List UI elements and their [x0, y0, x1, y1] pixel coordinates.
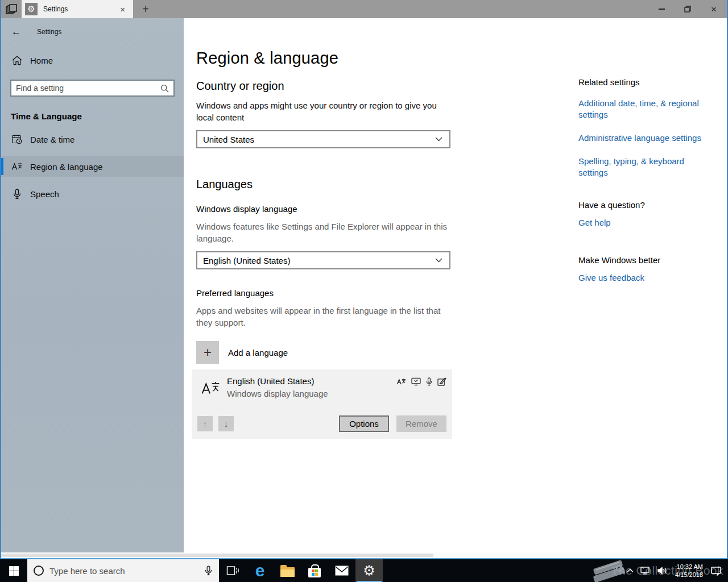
- close-button[interactable]: ×: [701, 0, 727, 18]
- page-title: Region & language: [196, 49, 452, 68]
- mail-icon: [335, 566, 349, 576]
- plus-icon: +: [196, 341, 219, 364]
- new-tab-button[interactable]: +: [133, 0, 158, 18]
- sidebar-item-speech[interactable]: Speech: [1, 184, 184, 204]
- main-content: Region & language Country or region Wind…: [184, 18, 727, 552]
- make-windows-better-heading: Make Windows better: [578, 255, 712, 265]
- home-icon: [11, 56, 23, 65]
- country-description: Windows and apps might use your country …: [196, 99, 449, 123]
- settings-window: ⚙ Settings × + × ← Settings: [0, 0, 728, 559]
- preferred-languages-label: Preferred languages: [196, 288, 452, 298]
- settings-gear-icon: ⚙: [363, 563, 375, 578]
- sidebar-item-home[interactable]: Home: [1, 50, 184, 70]
- sidebar-item-date-time[interactable]: Date & time: [1, 129, 184, 149]
- display-language-label: Windows display language: [196, 204, 452, 214]
- language-icon: [201, 379, 220, 398]
- app-language-feature-icon: [411, 377, 421, 386]
- display-language-value: English (United States): [197, 256, 428, 265]
- settings-tab-gear-icon: ⚙: [25, 3, 38, 15]
- clock-time: 10:32 AM: [675, 563, 703, 571]
- file-explorer-icon: [280, 567, 295, 577]
- options-button[interactable]: Options: [339, 415, 389, 432]
- speech-feature-icon: [426, 377, 432, 386]
- related-settings-heading: Related settings: [578, 77, 712, 87]
- date-time-icon: [11, 134, 23, 144]
- tab-list-icon[interactable]: [1, 0, 22, 18]
- link-additional-date-time-regional[interactable]: Additional date, time, & regional settin…: [578, 98, 712, 120]
- arrow-up-icon: ↑: [203, 419, 208, 429]
- taskbar-settings-button[interactable]: ⚙: [355, 559, 383, 582]
- cortana-icon: [34, 566, 44, 576]
- windows-logo-icon: [9, 566, 19, 576]
- task-view-icon: [226, 565, 239, 576]
- titlebar: ⚙ Settings × + ×: [1, 0, 727, 18]
- chevron-down-icon: [428, 258, 449, 263]
- chevron-down-icon: [428, 137, 449, 142]
- sidebar-app-title: Settings: [37, 28, 61, 36]
- taskbar-search-input[interactable]: [49, 566, 198, 576]
- horizontal-scrollbar[interactable]: [1, 552, 727, 558]
- tab-settings[interactable]: ⚙ Settings ×: [22, 0, 133, 18]
- restore-icon: [684, 6, 691, 13]
- task-view-button[interactable]: [219, 559, 246, 582]
- taskbar-search[interactable]: [27, 559, 219, 582]
- display-language-description: Windows features like Settings and File …: [196, 221, 449, 244]
- titlebar-drag-area: [158, 0, 648, 18]
- clock-date: 4/15/2018: [675, 571, 703, 579]
- country-dropdown[interactable]: United States: [196, 130, 450, 148]
- search-mic-icon[interactable]: [198, 566, 219, 576]
- country-value: United States: [197, 135, 428, 144]
- scrollbar-thumb[interactable]: [1, 554, 433, 557]
- language-subtitle: Windows display language: [227, 389, 396, 398]
- taskbar-store-button[interactable]: [301, 559, 328, 582]
- action-center-button[interactable]: [710, 566, 725, 576]
- store-icon: [308, 568, 321, 577]
- languages-heading: Languages: [196, 178, 452, 191]
- taskbar-file-explorer-button[interactable]: [274, 559, 301, 582]
- add-language-button[interactable]: + Add a language: [196, 341, 452, 364]
- get-help-link[interactable]: Get help: [578, 217, 712, 228]
- desktop: ⚙ Settings × + × ← Settings: [0, 0, 728, 582]
- show-hidden-icons-button[interactable]: [626, 568, 635, 573]
- taskbar-edge-button[interactable]: e: [246, 559, 274, 582]
- minimize-icon: [659, 9, 665, 10]
- move-up-button[interactable]: ↑: [197, 416, 213, 431]
- link-spelling-typing-keyboard[interactable]: Spelling, typing, & keyboard settings: [578, 156, 712, 178]
- tab-close-icon[interactable]: ×: [117, 5, 129, 14]
- speech-mic-icon: [11, 189, 23, 199]
- search-input[interactable]: [11, 84, 158, 93]
- link-administrative-language[interactable]: Administrative language settings: [578, 132, 712, 144]
- restore-button[interactable]: [675, 0, 701, 18]
- sidebar: ← Settings Home Time & Language: [1, 18, 184, 552]
- start-button[interactable]: [0, 559, 27, 582]
- give-us-feedback-link[interactable]: Give us feedback: [578, 272, 712, 284]
- volume-icon[interactable]: [656, 566, 668, 575]
- back-arrow-icon[interactable]: ←: [11, 26, 21, 38]
- move-down-button[interactable]: ↓: [218, 416, 234, 431]
- taskbar: e ⚙ The Collection Book: [0, 559, 728, 582]
- preferred-languages-description: Apps and websites will appear in the fir…: [196, 305, 449, 329]
- arrow-down-icon: ↓: [224, 419, 229, 429]
- remove-button[interactable]: Remove: [396, 415, 446, 432]
- language-list-item[interactable]: English (United States) Windows display …: [192, 369, 452, 439]
- search-icon: [158, 84, 173, 93]
- edge-icon: e: [255, 562, 265, 579]
- display-language-feature-icon: [396, 377, 406, 386]
- country-heading: Country or region: [196, 80, 452, 93]
- minimize-button[interactable]: [648, 0, 675, 18]
- language-name: English (United States): [227, 376, 396, 386]
- region-language-icon: [11, 161, 23, 172]
- sidebar-item-region-language[interactable]: Region & language: [1, 156, 184, 177]
- tab-title: Settings: [43, 5, 117, 13]
- sidebar-group-title: Time & Language: [11, 111, 184, 121]
- have-a-question-heading: Have a question?: [578, 200, 712, 210]
- display-language-dropdown[interactable]: English (United States): [196, 251, 450, 269]
- selected-indicator: [1, 158, 3, 175]
- find-a-setting-search[interactable]: [10, 80, 175, 97]
- taskbar-mail-button[interactable]: [328, 559, 355, 582]
- handwriting-feature-icon: [437, 377, 446, 386]
- taskbar-clock[interactable]: 10:32 AM 4/15/2018: [673, 563, 705, 579]
- network-icon[interactable]: [639, 566, 652, 575]
